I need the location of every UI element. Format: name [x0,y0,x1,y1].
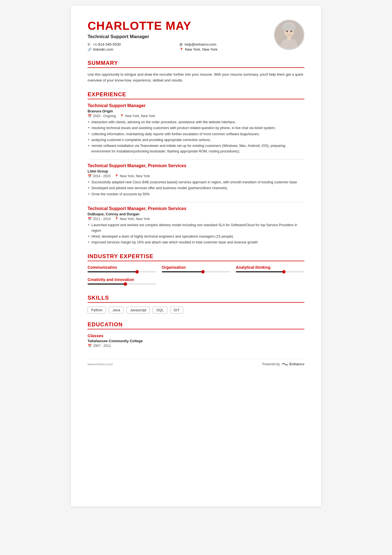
skill-bar-fill-2 [236,271,284,272]
bullet-2-2: Grow the number of accounts by 50% [88,192,304,197]
exp-company-1: Bravura Origin [88,109,304,113]
exp-dates-2: 📅 2014 - 2020 [88,174,111,178]
expertise-label-1: Organisation [162,265,230,270]
brand-name: Enhancv [289,362,304,366]
bullet-3-1: Hired, developed a team of highly techni… [88,234,304,239]
powered-by-label: Powered by [262,362,280,366]
skill-bar-track-3 [88,283,156,285]
calendar-icon-3: 📅 [88,217,92,221]
skill-bar-fill-1 [162,271,203,272]
avatar [274,19,304,50]
skill-bar-dot-0 [135,270,139,273]
skill-bar-fill-0 [88,271,137,272]
experience-item-3: Technical Support Manager, Premium Servi… [88,206,304,245]
calendar-icon-1: 📅 [88,114,92,118]
exp-title-3: Technical Support Manager, Premium Servi… [88,206,304,211]
exp-divider-2 [88,202,304,202]
header-left: CHARLOTTE MAY Technical Support Manager … [88,19,266,51]
bullet-1-0: interaction with clients, advising on th… [88,120,304,125]
avatar-image [275,19,304,50]
skill-bar-track-0 [88,271,156,272]
exp-meta-3: 📅 2011 - 2014 📍 New York, New York [88,217,304,221]
education-title: EDUCATION [88,321,304,328]
exp-location-3: 📍 New York, New York [115,217,150,221]
expertise-divider [88,261,304,261]
skills-title: SKILLS [88,295,304,301]
enhancv-logo: Enhancv [282,362,304,366]
location-icon-2: 📍 [115,174,119,178]
footer-website: www.enhancv.com [88,362,113,366]
exp-company-3: DuBuque, Conroy and Durgan [88,212,304,216]
skills-divider [88,302,304,303]
bullet-1-1: resolving technical issues and assisting… [88,125,304,131]
experience-item-2: Technical Support Manager, Premium Servi… [88,163,304,197]
footer: www.enhancv.com Powered by Enhancv [88,359,304,366]
expertise-item-analytical: Analytical thinking [236,265,304,275]
location-icon-3: 📍 [115,217,119,221]
exp-company-2: Littel Group [88,169,304,173]
exp-title-2: Technical Support Manager, Premium Servi… [88,163,304,168]
svg-point-7 [291,26,295,31]
skill-bar-dot-2 [282,270,286,273]
skill-bar-dot-1 [201,270,205,273]
skill-bar-fill-3 [88,283,125,285]
expertise-section: INDUSTRY EXPERTISE Communication Organis… [88,253,304,287]
experience-item-1: Technical Support Manager Bravura Origin… [88,103,304,154]
summary-title: SUMMARY [88,60,304,66]
experience-section: EXPERIENCE Technical Support Manager Bra… [88,91,304,245]
summary-divider [88,67,304,68]
bullet-1-3: analyzing customer's complaints and prov… [88,137,304,143]
skill-bar-dot-3 [124,282,127,286]
location-icon: 📍 [179,48,183,51]
education-item-0: Classes Tallahassee Community College 📅 … [88,333,304,348]
logo-icon [282,362,288,366]
expertise-title: INDUSTRY EXPERTISE [88,253,304,260]
skill-tag-2: Javascript [126,307,150,314]
expertise-label-2: Analytical thinking [236,265,304,270]
bullet-1-4: remote software installation via Teamvie… [88,143,304,154]
skills-list: Python Java Javascript SQL GIT [88,307,304,314]
location-icon-1: 📍 [120,114,124,118]
header: CHARLOTTE MAY Technical Support Manager … [88,19,304,51]
svg-point-9 [291,31,292,32]
expertise-row-2: Creativity and innovation [88,277,304,287]
exp-title-1: Technical Support Manager [88,103,304,108]
contact-grid: ✆ +1-914-345-5530 @ help@enhancv.com 🔗 l… [88,42,266,51]
contact-email: @ help@enhancv.com [179,42,266,46]
experience-divider [88,99,304,99]
exp-location-2: 📍 New York, New York [115,174,150,178]
skill-bar-track-2 [236,271,304,272]
edu-school-0: Tallahassee Community College [88,339,304,343]
bullet-2-0: Successfully adapted new Cisco B4B (outc… [88,180,304,185]
exp-location-1: 📍 New York, New York [120,114,155,118]
skill-tag-1: Java [109,307,123,314]
expertise-grid: Communication Organisation Analytica [88,265,304,275]
exp-divider-1 [88,159,304,159]
expertise-item-communication: Communication [88,265,156,275]
exp-bullets-2: Successfully adapted new Cisco B4B (outc… [88,180,304,197]
resume-page: CHARLOTTE MAY Technical Support Manager … [71,6,321,506]
candidate-title: Technical Support Manager [88,34,266,40]
education-section: EDUCATION Classes Tallahassee Community … [88,321,304,348]
contact-linkedin: 🔗 linkedin.com [88,47,174,51]
contact-phone: ✆ +1-914-345-5530 [88,42,174,46]
footer-brand: Powered by Enhancv [262,362,304,366]
skill-tag-3: SQL [153,307,167,314]
expertise-label-3: Creativity and innovation [88,277,156,282]
summary-text: Use this opportunity to intrigue and dra… [88,72,304,83]
exp-dates-3: 📅 2011 - 2014 [88,217,111,221]
skill-bar-track-1 [162,271,230,272]
experience-title: EXPERIENCE [88,91,304,98]
bullet-3-2: Improved services margin by 15% and atta… [88,240,304,245]
expertise-label-0: Communication [88,265,156,270]
skill-tag-4: GIT [170,307,183,314]
edu-meta-0: 📅 2007 - 2011 [88,344,304,348]
phone-icon: ✆ [88,43,91,46]
edu-degree-0: Classes [88,333,304,338]
bullet-1-2: collecting information, maintaining dail… [88,132,304,137]
calendar-icon-edu-0: 📅 [88,344,92,348]
contact-location: 📍 New York, New York [179,47,266,51]
summary-section: SUMMARY Use this opportunity to intrigue… [88,60,304,83]
exp-dates-1: 📅 2020 - Ongoing [88,114,116,118]
bullet-2-1: Developed and piloted new services offer… [88,186,304,191]
